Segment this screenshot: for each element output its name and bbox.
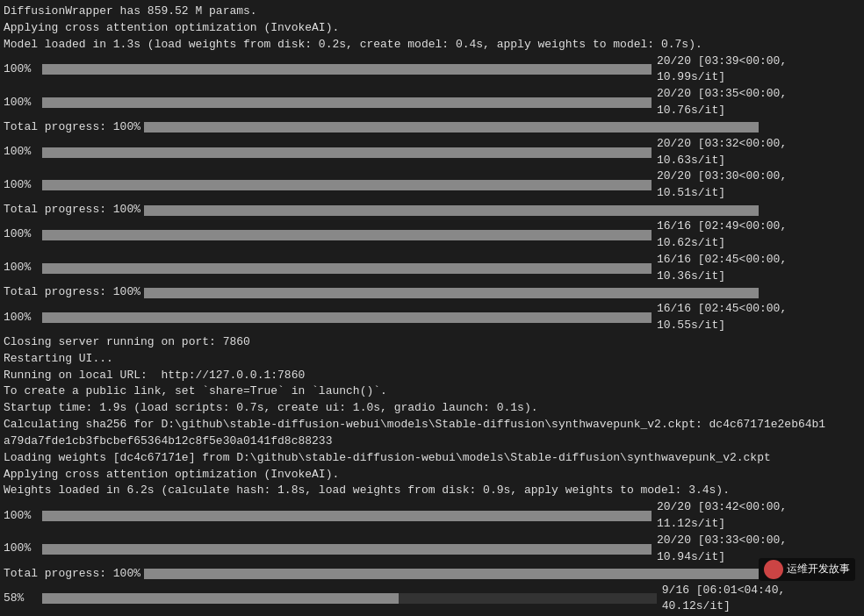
progress-pct: 100% bbox=[4, 260, 42, 276]
progress-bar-outer bbox=[42, 544, 652, 555]
progress-row: 100%20/20 [03:35<00:00, 10.76s/it] bbox=[4, 86, 860, 119]
progress-bar-inner bbox=[42, 593, 399, 604]
progress-row: 100%20/20 [03:32<00:00, 10.63s/it] bbox=[4, 136, 860, 169]
total-progress-bar-inner bbox=[144, 569, 759, 579]
progress-bar-outer bbox=[42, 230, 652, 240]
total-progress-bar-outer bbox=[144, 288, 759, 298]
progress-pct: 100% bbox=[4, 144, 42, 161]
terminal-line: Applying cross attention optimization (I… bbox=[4, 20, 860, 37]
terminal-line: Calculating sha256 for D:\github\stable-… bbox=[4, 417, 860, 433]
total-progress-row: Total progress: 100% bbox=[4, 202, 860, 218]
progress-bar-outer bbox=[42, 312, 652, 323]
watermark: 运维开发故事 bbox=[759, 558, 855, 581]
total-progress-label: Total progress: 100% bbox=[4, 119, 140, 136]
terminal: DiffusionWrapper has 859.52 M params.App… bbox=[0, 0, 864, 616]
progress-row: 100%20/20 [03:30<00:00, 10.51s/it] bbox=[4, 168, 860, 202]
progress-bar-inner bbox=[42, 147, 652, 158]
progress-row: 100%16/16 [02:49<00:00, 10.62s/it] bbox=[4, 218, 860, 252]
progress-row: 100%16/16 [02:45<00:00, 10.55s/it] bbox=[4, 301, 860, 334]
progress-pct: 58% bbox=[4, 591, 42, 607]
terminal-line: a79da7fde1cb3fbcbef65364b12c8f5e30a0141f… bbox=[4, 433, 860, 450]
progress-row: 100%16/16 [02:45<00:00, 10.36s/it] bbox=[4, 252, 860, 285]
progress-stats: 20/20 [03:35<00:00, 10.76s/it] bbox=[657, 86, 860, 119]
terminal-line: Applying cross attention optimization (I… bbox=[4, 467, 860, 483]
total-progress-bar-inner bbox=[144, 205, 759, 216]
progress-stats: 9/16 [06:01<04:40, 40.12s/it] bbox=[662, 583, 860, 612]
total-progress-bar-inner bbox=[144, 122, 759, 133]
total-progress-bar-outer bbox=[144, 122, 759, 133]
terminal-line: To create a public link, set `share=True… bbox=[4, 383, 860, 400]
progress-pct: 100% bbox=[4, 95, 42, 111]
watermark-text: 运维开发故事 bbox=[787, 562, 850, 575]
total-progress-row: Total progress: 100% bbox=[4, 119, 860, 136]
progress-bar-inner bbox=[42, 64, 652, 75]
progress-stats: 16/16 [02:45<00:00, 10.36s/it] bbox=[657, 252, 860, 285]
total-progress-row: Total progress: 100% bbox=[4, 566, 860, 583]
terminal-line: Model loaded in 1.3s (load weights from … bbox=[4, 37, 860, 54]
terminal-line: DiffusionWrapper has 859.52 M params. bbox=[4, 4, 860, 20]
progress-stats: 20/20 [03:30<00:00, 10.51s/it] bbox=[657, 168, 860, 202]
progress-stats: 20/20 [03:39<00:00, 10.99s/it] bbox=[657, 54, 860, 87]
progress-stats: 16/16 [02:49<00:00, 10.62s/it] bbox=[657, 218, 860, 252]
progress-bar-outer bbox=[42, 511, 652, 521]
progress-bar-outer bbox=[42, 64, 652, 75]
progress-bar-inner bbox=[42, 544, 652, 555]
terminal-line: Closing server running on port: 7860 bbox=[4, 334, 860, 351]
progress-row: 58%9/16 [06:01<04:40, 40.12s/it] bbox=[4, 583, 860, 612]
progress-pct: 100% bbox=[4, 310, 42, 326]
progress-bar-inner bbox=[42, 97, 652, 108]
progress-bar-inner bbox=[42, 230, 652, 240]
total-progress-label: Total progress: 100% bbox=[4, 284, 140, 301]
total-progress-row: Total progress: 100% bbox=[4, 284, 860, 301]
total-progress-label: Total progress: 100% bbox=[4, 202, 140, 218]
terminal-content: DiffusionWrapper has 859.52 M params.App… bbox=[4, 4, 860, 612]
progress-bar-inner bbox=[42, 312, 652, 323]
terminal-line: Startup time: 1.9s (load scripts: 0.7s, … bbox=[4, 400, 860, 417]
progress-bar-outer bbox=[42, 263, 652, 274]
total-progress-label: Total progress: 100% bbox=[4, 566, 140, 583]
progress-pct: 100% bbox=[4, 226, 42, 243]
progress-pct: 100% bbox=[4, 541, 42, 557]
progress-pct: 100% bbox=[4, 177, 42, 194]
progress-stats: 16/16 [02:45<00:00, 10.55s/it] bbox=[657, 301, 860, 334]
progress-bar-inner bbox=[42, 180, 652, 190]
terminal-line: Weights loaded in 6.2s (calculate hash: … bbox=[4, 483, 860, 499]
progress-bar-outer bbox=[42, 147, 652, 158]
progress-bar-inner bbox=[42, 263, 652, 274]
progress-bar-outer bbox=[42, 593, 657, 604]
progress-stats: 20/20 [03:32<00:00, 10.63s/it] bbox=[657, 136, 860, 169]
progress-bar-outer bbox=[42, 180, 652, 190]
progress-pct: 100% bbox=[4, 61, 42, 78]
progress-bar-inner bbox=[42, 511, 652, 521]
progress-row: 100%20/20 [03:39<00:00, 10.99s/it] bbox=[4, 54, 860, 87]
progress-row: 100%20/20 [03:42<00:00, 11.12s/it] bbox=[4, 499, 860, 533]
total-progress-bar-outer bbox=[144, 205, 759, 216]
progress-stats: 20/20 [03:42<00:00, 11.12s/it] bbox=[657, 499, 860, 533]
total-progress-bar-inner bbox=[144, 288, 759, 298]
terminal-line: Restarting UI... bbox=[4, 351, 860, 368]
progress-row: 100%20/20 [03:33<00:00, 10.94s/it] bbox=[4, 533, 860, 566]
terminal-line: Loading weights [dc4c67171e] from D:\git… bbox=[4, 450, 860, 467]
progress-pct: 100% bbox=[4, 508, 42, 525]
progress-bar-outer bbox=[42, 97, 652, 108]
terminal-line: Running on local URL: http://127.0.0.1:7… bbox=[4, 368, 860, 384]
total-progress-bar-outer bbox=[144, 569, 759, 579]
avatar bbox=[764, 560, 783, 579]
